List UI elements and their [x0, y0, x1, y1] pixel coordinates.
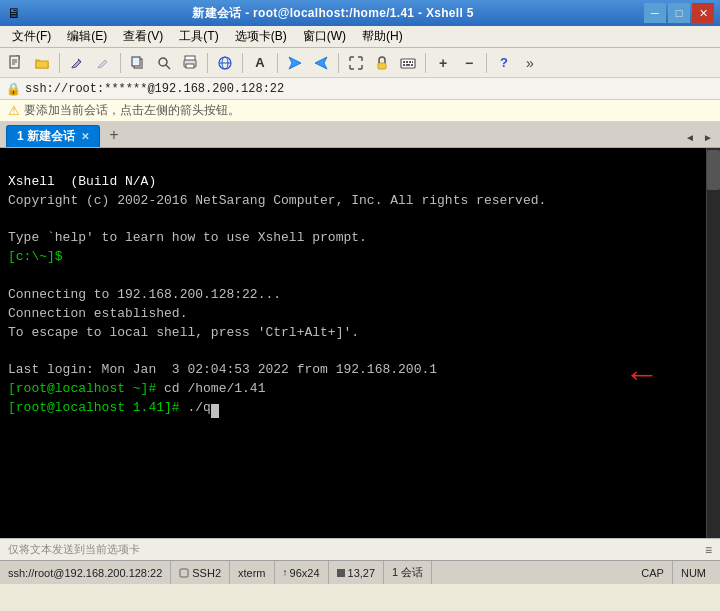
- sep2: [120, 53, 121, 73]
- terminal-line-1: Xshell (Build N/A): [8, 174, 156, 189]
- terminal-line-4: [c:\~]$: [8, 249, 63, 264]
- menu-file[interactable]: 文件(F): [4, 26, 59, 47]
- svg-rect-22: [409, 61, 411, 63]
- menu-edit[interactable]: 编辑(E): [59, 26, 115, 47]
- lock-icon: 🔒: [6, 82, 21, 96]
- sep5: [277, 53, 278, 73]
- toolbar-edit[interactable]: [65, 51, 89, 75]
- sep4: [242, 53, 243, 73]
- toolbar-new[interactable]: [4, 51, 28, 75]
- tab-label: 1 新建会话: [17, 128, 75, 145]
- svg-marker-16: [289, 57, 301, 69]
- toolbar-search[interactable]: [152, 51, 176, 75]
- maximize-button[interactable]: □: [668, 3, 690, 23]
- svg-rect-7: [132, 57, 140, 66]
- menu-bar: 文件(F) 编辑(E) 查看(V) 工具(T) 选项卡(B) 窗口(W) 帮助(…: [0, 26, 720, 48]
- status-term-size: ↑96x24: [275, 561, 329, 584]
- toolbar-copy[interactable]: [126, 51, 150, 75]
- svg-rect-18: [378, 63, 386, 69]
- terminal-line-9: [root@localhost ~]# cd /home/1.41: [8, 381, 265, 396]
- toolbar-disabled[interactable]: [91, 51, 115, 75]
- close-button[interactable]: ✕: [692, 3, 714, 23]
- toolbar-globe[interactable]: [213, 51, 237, 75]
- toolbar-more[interactable]: »: [518, 51, 542, 75]
- title-bar: 🖥 新建会话 - root@localhost:/home/1.41 - Xsh…: [0, 0, 720, 26]
- toolbar-font[interactable]: A: [248, 51, 272, 75]
- title-bar-buttons: ─ □ ✕: [644, 3, 714, 23]
- tab-bar: 1 新建会话 ✕ + ◄ ►: [0, 122, 720, 148]
- toolbar-open[interactable]: [30, 51, 54, 75]
- toolbar-send[interactable]: [283, 51, 307, 75]
- toolbar-lock[interactable]: [370, 51, 394, 75]
- svg-marker-17: [315, 57, 327, 69]
- menu-tools[interactable]: 工具(T): [171, 26, 226, 47]
- tab-new-session[interactable]: 1 新建会话 ✕: [6, 125, 100, 147]
- terminal-line-8: Last login: Mon Jan 3 02:04:53 2022 from…: [8, 362, 437, 377]
- svg-rect-26: [411, 64, 413, 66]
- status-bar: ssh://root@192.168.200.128:22 SSH2 xterm…: [0, 560, 720, 584]
- svg-rect-27: [180, 569, 188, 577]
- svg-rect-21: [406, 61, 408, 63]
- terminal-line-7: To escape to local shell, press 'Ctrl+Al…: [8, 325, 359, 340]
- toolbar-fullscreen[interactable]: [344, 51, 368, 75]
- terminal[interactable]: Xshell (Build N/A) Copyright (c) 2002-20…: [0, 148, 720, 538]
- tab-navigation: ◄ ►: [682, 129, 720, 147]
- status-cursor-pos: 13,27: [329, 561, 385, 584]
- svg-rect-25: [406, 64, 410, 66]
- menu-help[interactable]: 帮助(H): [354, 26, 411, 47]
- bottom-input-icon[interactable]: ≡: [705, 543, 712, 557]
- svg-line-9: [166, 65, 170, 69]
- status-num: NUM: [673, 561, 714, 584]
- svg-rect-24: [403, 64, 405, 66]
- svg-rect-23: [412, 61, 413, 63]
- status-protocol: SSH2: [171, 561, 230, 584]
- address-bar: 🔒 ssh://root:******@192.168.200.128:22: [0, 78, 720, 100]
- svg-rect-4: [36, 61, 48, 68]
- terminal-line-2: Copyright (c) 2002-2016 NetSarang Comput…: [8, 193, 546, 208]
- toolbar-keyboard[interactable]: [396, 51, 420, 75]
- status-session-count: 1 会话: [384, 561, 432, 584]
- toolbar-receive[interactable]: [309, 51, 333, 75]
- toolbar-zoom-in[interactable]: +: [431, 51, 455, 75]
- app-icon: 🖥: [6, 5, 22, 21]
- status-connection: ssh://root@192.168.200.128:22: [6, 561, 171, 584]
- menu-tabs[interactable]: 选项卡(B): [227, 26, 295, 47]
- toolbar-help[interactable]: ?: [492, 51, 516, 75]
- svg-rect-19: [401, 59, 415, 68]
- sep8: [486, 53, 487, 73]
- svg-rect-12: [186, 64, 194, 68]
- toolbar-print[interactable]: [178, 51, 202, 75]
- hint-bar: ⚠ 要添加当前会话，点击左侧的箭头按钮。: [0, 100, 720, 122]
- terminal-line-5: Connecting to 192.168.200.128:22...: [8, 287, 281, 302]
- bottom-input-bar[interactable]: 仅将文本发送到当前选项卡 ≡: [0, 538, 720, 560]
- hint-text: 要添加当前会话，点击左侧的箭头按钮。: [24, 102, 240, 119]
- bottom-input-placeholder: 仅将文本发送到当前选项卡: [8, 542, 705, 557]
- terminal-scrollbar[interactable]: [706, 148, 720, 538]
- menu-view[interactable]: 查看(V): [115, 26, 171, 47]
- svg-point-8: [159, 58, 167, 66]
- toolbar: A + − ? »: [0, 48, 720, 78]
- tab-next-button[interactable]: ►: [700, 129, 716, 145]
- terminal-line-3: Type `help' to learn how to use Xshell p…: [8, 230, 367, 245]
- sep6: [338, 53, 339, 73]
- status-caps: CAP: [633, 561, 673, 584]
- tab-prev-button[interactable]: ◄: [682, 129, 698, 145]
- warning-icon: ⚠: [8, 103, 20, 118]
- sep1: [59, 53, 60, 73]
- tab-close-button[interactable]: ✕: [81, 131, 89, 142]
- sep3: [207, 53, 208, 73]
- minimize-button[interactable]: ─: [644, 3, 666, 23]
- toolbar-zoom-out[interactable]: −: [457, 51, 481, 75]
- menu-window[interactable]: 窗口(W): [295, 26, 354, 47]
- svg-rect-20: [403, 61, 405, 63]
- sep7: [425, 53, 426, 73]
- tab-add-button[interactable]: +: [104, 125, 124, 145]
- address-text[interactable]: ssh://root:******@192.168.200.128:22: [25, 82, 284, 96]
- arrow-indicator: ←: [624, 356, 660, 392]
- terminal-line-10: [root@localhost 1.41]# ./q: [8, 400, 219, 415]
- title-bar-text: 新建会话 - root@localhost:/home/1.41 - Xshel…: [26, 5, 640, 22]
- terminal-line-6: Connection established.: [8, 306, 187, 321]
- status-term-type: xterm: [230, 561, 275, 584]
